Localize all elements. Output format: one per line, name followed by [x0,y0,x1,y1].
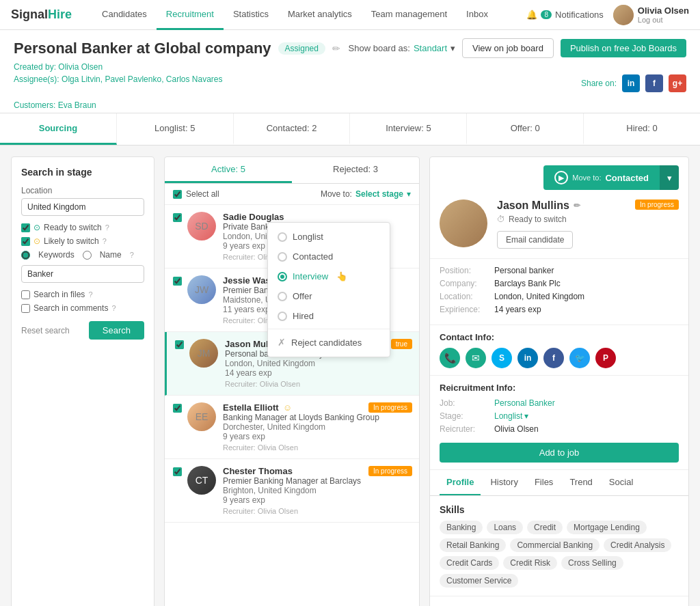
list-toolbar: Select all Move to: Select stage ▾ [165,184,419,205]
add-to-job-button[interactable]: Add to job [440,443,679,463]
profile-tab-social[interactable]: Social [602,470,640,495]
skills-tags: Banking Loans Credit Mortgage Lending Re… [440,521,679,588]
profile-tab-trend[interactable]: Trend [563,470,599,495]
search-button[interactable]: Search [89,321,144,340]
pinterest-icon[interactable]: P [595,348,616,368]
keywords-radio[interactable] [21,251,30,260]
assignees-value[interactable]: Olga Litvin, Pavel Pavlenko, Carlos Nava… [62,74,222,84]
select-all-checkbox[interactable] [173,190,182,199]
nav-recruitment[interactable]: Recruitment [157,0,224,30]
card-checkbox-chester[interactable] [173,467,182,478]
search-in-files-label: Search in files [33,290,85,299]
skill-mortgage: Mortgage Lending [567,521,647,534]
candidate-card-chester[interactable]: CT Chester Thomas Premier Banking Manage… [165,459,419,523]
move-to-group: ▶ Move to: Contacted ▾ [543,165,679,190]
help-icon-5[interactable]: ? [111,304,116,312]
edit-icon-detail[interactable]: ✏ [574,201,580,210]
ready-to-switch-checkbox[interactable] [21,223,30,232]
likely-to-switch-checkbox[interactable] [21,237,30,246]
app-logo[interactable]: SignalHire [11,8,72,22]
email-icon[interactable]: ✉ [466,348,486,368]
location-input[interactable] [21,198,144,216]
share-googleplus-button[interactable]: g+ [669,74,686,92]
tab-interview[interactable]: Interview: 5 [350,113,467,145]
help-icon-2[interactable]: ? [103,237,107,245]
position-value: Personal banker [494,266,554,275]
title-group: Personal Banker at Global company Assign… [14,40,340,57]
company-value: Barclays Bank Plc [494,279,561,288]
dropdown-hired[interactable]: Hired [268,306,390,326]
edit-icon[interactable]: ✏ [332,43,340,54]
card-checkbox-sadie[interactable] [173,213,182,224]
dropdown-offer[interactable]: Offer [268,286,390,306]
dropdown-interview-label: Interview [293,271,328,281]
stage-tabs: Sourcing Longlist: 5 Contacted: 2 Interv… [0,113,700,146]
exp-row: Expirience: 14 years exp [440,305,679,314]
linkedin-icon[interactable]: in [517,348,538,368]
phone-icon[interactable]: 📞 [440,348,460,368]
notifications-button[interactable]: 🔔 8 Notifications [526,10,603,20]
nav-inbox[interactable]: Inbox [457,0,498,30]
job-value[interactable]: Personal Banker [494,398,555,408]
help-icon-3[interactable]: ? [130,251,134,259]
share-linkedin-button[interactable]: in [622,74,640,92]
stage-value[interactable]: Longlist ▾ [494,411,528,421]
email-candidate-button[interactable]: Email candidate [497,231,573,249]
nav-statistics[interactable]: Statistics [224,0,278,30]
in-progress-badge-jason: true [391,339,412,349]
view-on-job-board-button[interactable]: View on job board [462,38,554,58]
card-checkbox-estella[interactable] [173,404,182,415]
tab-hired[interactable]: Hired: 0 [584,113,700,145]
dropdown-interview[interactable]: Interview 👆 [268,266,390,286]
card-checkbox-jessie[interactable] [173,277,182,288]
move-to-contacted-button[interactable]: ▶ Move to: Contacted [543,165,660,190]
created-by-row: Created by: Olivia Olsen [14,62,686,72]
tab-sourcing[interactable]: Sourcing [0,113,117,145]
twitter-icon[interactable]: 🐦 [569,348,590,368]
radio-contacted [278,252,287,262]
move-to-label: Move to: [321,189,352,199]
location-row: Location: London, United Kingdom [440,292,679,301]
reset-search-link[interactable]: Reset search [21,326,70,335]
smile-icon-2: ☺ [283,402,292,413]
skype-icon[interactable]: S [492,348,512,368]
user-menu[interactable]: Olivia Olsen Log out [613,5,689,25]
help-icon[interactable]: ? [105,223,109,232]
move-to-prefix: Move to: [572,174,601,182]
tab-contacted[interactable]: Contacted: 2 [234,113,351,145]
name-radio[interactable] [83,251,92,260]
candidate-card-estella[interactable]: EE Estella Elliott ☺ Banking Manager at … [165,396,419,459]
keywords-input[interactable] [21,265,144,283]
select-stage-dropdown[interactable]: Select stage [355,189,403,199]
card-checkbox-jason[interactable] [175,340,184,351]
tab-offer[interactable]: Offer: 0 [467,113,584,145]
search-in-comments-checkbox[interactable] [21,304,30,313]
in-progress-detail-badge: In progress [635,199,679,210]
search-in-files-checkbox[interactable] [21,290,30,299]
nav-team-management[interactable]: Team management [362,0,457,30]
profile-tab-history[interactable]: History [483,470,524,495]
tab-longlist[interactable]: Longlist: 5 [117,113,234,145]
share-facebook-button[interactable]: f [645,74,663,92]
list-tab-rejected[interactable]: Rejected: 3 [292,157,419,183]
logout-link[interactable]: Log out [638,16,689,24]
customers-value[interactable]: Eva Braun [58,100,96,110]
dropdown-reject[interactable]: ✗ Reject candidates [268,332,390,353]
show-board-label: Show board as: [349,43,410,53]
list-tab-active[interactable]: Active: 5 [165,157,292,183]
nav-market-analytics[interactable]: Market analytics [278,0,362,30]
profile-tab-profile[interactable]: Profile [440,470,481,495]
facebook-icon[interactable]: f [543,348,564,368]
profile-tab-files[interactable]: Files [528,470,560,495]
skill-credit-cards: Credit Cards [440,556,499,570]
nav-candidates[interactable]: Candidates [92,0,157,30]
clock-icon: ⏱ [497,215,505,224]
publish-on-job-boards-button[interactable]: Publish on free Job Boards [561,39,686,57]
show-board-value[interactable]: Standart [414,43,447,53]
help-icon-4[interactable]: ? [88,290,92,299]
dropdown-contacted[interactable]: Contacted [268,247,390,266]
search-in-comments-group: Search in comments ? [21,303,144,313]
move-to-dropdown-button[interactable]: ▾ [660,165,679,190]
dropdown-longlist[interactable]: Longlist [268,227,390,247]
search-in-comments-label: Search in comments [33,303,108,313]
